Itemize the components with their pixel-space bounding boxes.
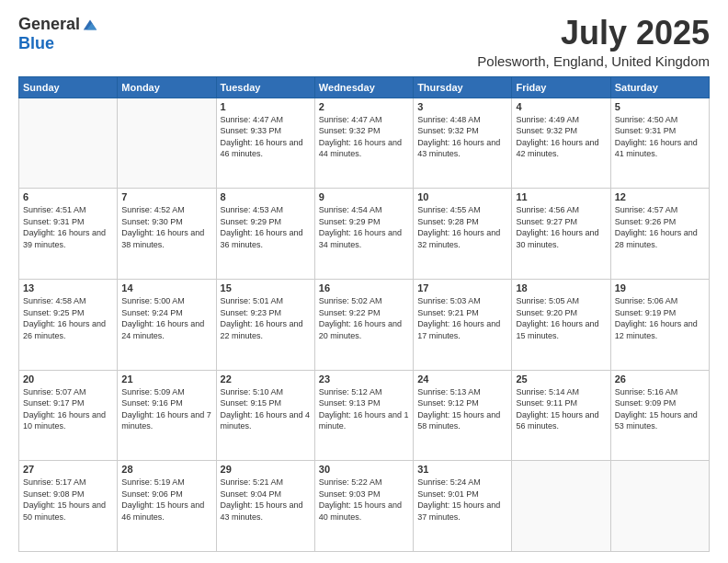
day-info: Sunrise: 5:16 AM Sunset: 9:09 PM Dayligh… bbox=[615, 386, 705, 432]
day-number: 21 bbox=[121, 373, 211, 385]
calendar-cell: 14Sunrise: 5:00 AM Sunset: 9:24 PM Dayli… bbox=[118, 279, 216, 370]
day-info: Sunrise: 5:12 AM Sunset: 9:13 PM Dayligh… bbox=[319, 386, 409, 432]
day-number: 23 bbox=[319, 373, 409, 385]
weekday-header-sunday: Sunday bbox=[19, 76, 118, 98]
calendar-cell: 31Sunrise: 5:24 AM Sunset: 9:01 PM Dayli… bbox=[414, 461, 512, 552]
calendar-cell: 23Sunrise: 5:12 AM Sunset: 9:13 PM Dayli… bbox=[314, 370, 413, 461]
calendar-cell: 7Sunrise: 4:52 AM Sunset: 9:30 PM Daylig… bbox=[118, 189, 216, 280]
calendar-cell: 4Sunrise: 4:49 AM Sunset: 9:32 PM Daylig… bbox=[512, 98, 610, 189]
calendar-cell bbox=[19, 98, 118, 189]
day-info: Sunrise: 4:54 AM Sunset: 9:29 PM Dayligh… bbox=[319, 204, 409, 250]
day-number: 2 bbox=[319, 101, 409, 112]
calendar-cell: 15Sunrise: 5:01 AM Sunset: 9:23 PM Dayli… bbox=[216, 279, 314, 370]
day-info: Sunrise: 4:49 AM Sunset: 9:32 PM Dayligh… bbox=[516, 114, 606, 160]
calendar-cell: 9Sunrise: 4:54 AM Sunset: 9:29 PM Daylig… bbox=[314, 189, 413, 280]
day-info: Sunrise: 5:03 AM Sunset: 9:21 PM Dayligh… bbox=[417, 295, 507, 341]
day-info: Sunrise: 4:58 AM Sunset: 9:25 PM Dayligh… bbox=[23, 295, 113, 341]
logo-blue-text: Blue bbox=[18, 34, 54, 53]
calendar-cell: 29Sunrise: 5:21 AM Sunset: 9:04 PM Dayli… bbox=[216, 461, 314, 552]
weekday-header-thursday: Thursday bbox=[414, 76, 512, 98]
calendar-cell: 18Sunrise: 5:05 AM Sunset: 9:20 PM Dayli… bbox=[512, 279, 610, 370]
calendar-cell: 30Sunrise: 5:22 AM Sunset: 9:03 PM Dayli… bbox=[314, 461, 413, 552]
day-number: 27 bbox=[23, 464, 113, 475]
calendar-cell: 20Sunrise: 5:07 AM Sunset: 9:17 PM Dayli… bbox=[19, 370, 118, 461]
month-title: July 2025 bbox=[477, 15, 710, 52]
day-info: Sunrise: 5:05 AM Sunset: 9:20 PM Dayligh… bbox=[516, 295, 606, 341]
calendar-cell: 27Sunrise: 5:17 AM Sunset: 9:08 PM Dayli… bbox=[19, 461, 118, 552]
day-number: 14 bbox=[121, 282, 211, 293]
day-info: Sunrise: 4:47 AM Sunset: 9:33 PM Dayligh… bbox=[221, 114, 311, 160]
day-info: Sunrise: 5:00 AM Sunset: 9:24 PM Dayligh… bbox=[121, 295, 211, 341]
weekday-header-saturday: Saturday bbox=[610, 76, 709, 98]
calendar-body: 1Sunrise: 4:47 AM Sunset: 9:33 PM Daylig… bbox=[19, 98, 710, 551]
day-number: 17 bbox=[417, 282, 507, 293]
day-info: Sunrise: 5:13 AM Sunset: 9:12 PM Dayligh… bbox=[417, 386, 507, 432]
calendar-cell bbox=[610, 461, 709, 552]
calendar-cell: 11Sunrise: 4:56 AM Sunset: 9:27 PM Dayli… bbox=[512, 189, 610, 280]
day-number: 7 bbox=[121, 191, 211, 202]
day-number: 5 bbox=[615, 101, 705, 112]
day-number: 28 bbox=[121, 464, 211, 475]
day-info: Sunrise: 5:01 AM Sunset: 9:23 PM Dayligh… bbox=[221, 295, 311, 341]
day-info: Sunrise: 4:50 AM Sunset: 9:31 PM Dayligh… bbox=[615, 114, 705, 160]
day-number: 9 bbox=[319, 191, 409, 202]
day-number: 19 bbox=[615, 282, 705, 293]
calendar-cell: 22Sunrise: 5:10 AM Sunset: 9:15 PM Dayli… bbox=[216, 370, 314, 461]
weekday-header-friday: Friday bbox=[512, 76, 610, 98]
logo: General Blue bbox=[18, 15, 98, 53]
calendar-cell: 2Sunrise: 4:47 AM Sunset: 9:32 PM Daylig… bbox=[314, 98, 413, 189]
calendar-cell: 21Sunrise: 5:09 AM Sunset: 9:16 PM Dayli… bbox=[118, 370, 216, 461]
logo-general-text: General bbox=[18, 15, 80, 34]
day-number: 6 bbox=[23, 191, 113, 202]
day-info: Sunrise: 4:51 AM Sunset: 9:31 PM Dayligh… bbox=[23, 204, 113, 250]
calendar-cell: 19Sunrise: 5:06 AM Sunset: 9:19 PM Dayli… bbox=[610, 279, 709, 370]
day-number: 1 bbox=[221, 101, 311, 112]
day-info: Sunrise: 5:19 AM Sunset: 9:06 PM Dayligh… bbox=[121, 477, 211, 523]
calendar-week-2: 6Sunrise: 4:51 AM Sunset: 9:31 PM Daylig… bbox=[19, 189, 710, 280]
day-info: Sunrise: 5:17 AM Sunset: 9:08 PM Dayligh… bbox=[23, 477, 113, 523]
day-number: 16 bbox=[319, 282, 409, 293]
calendar-header-row: SundayMondayTuesdayWednesdayThursdayFrid… bbox=[19, 76, 710, 98]
day-info: Sunrise: 5:21 AM Sunset: 9:04 PM Dayligh… bbox=[221, 477, 311, 523]
day-info: Sunrise: 5:09 AM Sunset: 9:16 PM Dayligh… bbox=[121, 386, 211, 432]
calendar-cell: 26Sunrise: 5:16 AM Sunset: 9:09 PM Dayli… bbox=[610, 370, 709, 461]
day-number: 26 bbox=[615, 373, 705, 385]
calendar-cell: 8Sunrise: 4:53 AM Sunset: 9:29 PM Daylig… bbox=[216, 189, 314, 280]
day-info: Sunrise: 5:24 AM Sunset: 9:01 PM Dayligh… bbox=[417, 477, 507, 523]
calendar-cell: 1Sunrise: 4:47 AM Sunset: 9:33 PM Daylig… bbox=[216, 98, 314, 189]
day-number: 15 bbox=[221, 282, 311, 293]
calendar-cell: 24Sunrise: 5:13 AM Sunset: 9:12 PM Dayli… bbox=[414, 370, 512, 461]
day-number: 13 bbox=[23, 282, 113, 293]
calendar-cell: 16Sunrise: 5:02 AM Sunset: 9:22 PM Dayli… bbox=[314, 279, 413, 370]
day-number: 25 bbox=[516, 373, 606, 385]
day-number: 4 bbox=[516, 101, 606, 112]
weekday-header-tuesday: Tuesday bbox=[216, 76, 314, 98]
weekday-header-monday: Monday bbox=[118, 76, 216, 98]
day-number: 3 bbox=[417, 101, 507, 112]
calendar-cell: 5Sunrise: 4:50 AM Sunset: 9:31 PM Daylig… bbox=[610, 98, 709, 189]
day-info: Sunrise: 4:48 AM Sunset: 9:32 PM Dayligh… bbox=[417, 114, 507, 160]
day-info: Sunrise: 5:14 AM Sunset: 9:11 PM Dayligh… bbox=[516, 386, 606, 432]
calendar-cell: 12Sunrise: 4:57 AM Sunset: 9:26 PM Dayli… bbox=[610, 189, 709, 280]
day-info: Sunrise: 5:10 AM Sunset: 9:15 PM Dayligh… bbox=[221, 386, 311, 432]
day-number: 11 bbox=[516, 191, 606, 202]
day-info: Sunrise: 4:52 AM Sunset: 9:30 PM Dayligh… bbox=[121, 204, 211, 250]
calendar-cell: 10Sunrise: 4:55 AM Sunset: 9:28 PM Dayli… bbox=[414, 189, 512, 280]
calendar-cell: 6Sunrise: 4:51 AM Sunset: 9:31 PM Daylig… bbox=[19, 189, 118, 280]
calendar-week-5: 27Sunrise: 5:17 AM Sunset: 9:08 PM Dayli… bbox=[19, 461, 710, 552]
calendar-week-3: 13Sunrise: 4:58 AM Sunset: 9:25 PM Dayli… bbox=[19, 279, 710, 370]
location: Polesworth, England, United Kingdom bbox=[477, 53, 710, 69]
page: General Blue July 2025 Polesworth, Engla… bbox=[0, 0, 728, 563]
day-number: 29 bbox=[221, 464, 311, 475]
calendar-cell: 17Sunrise: 5:03 AM Sunset: 9:21 PM Dayli… bbox=[414, 279, 512, 370]
calendar-cell: 25Sunrise: 5:14 AM Sunset: 9:11 PM Dayli… bbox=[512, 370, 610, 461]
calendar-week-4: 20Sunrise: 5:07 AM Sunset: 9:17 PM Dayli… bbox=[19, 370, 710, 461]
day-info: Sunrise: 4:55 AM Sunset: 9:28 PM Dayligh… bbox=[417, 204, 507, 250]
calendar-table: SundayMondayTuesdayWednesdayThursdayFrid… bbox=[18, 76, 710, 552]
logo-icon bbox=[82, 17, 98, 33]
day-number: 22 bbox=[221, 373, 311, 385]
day-number: 31 bbox=[417, 464, 507, 475]
calendar-cell bbox=[512, 461, 610, 552]
weekday-header-wednesday: Wednesday bbox=[314, 76, 413, 98]
day-number: 30 bbox=[319, 464, 409, 475]
